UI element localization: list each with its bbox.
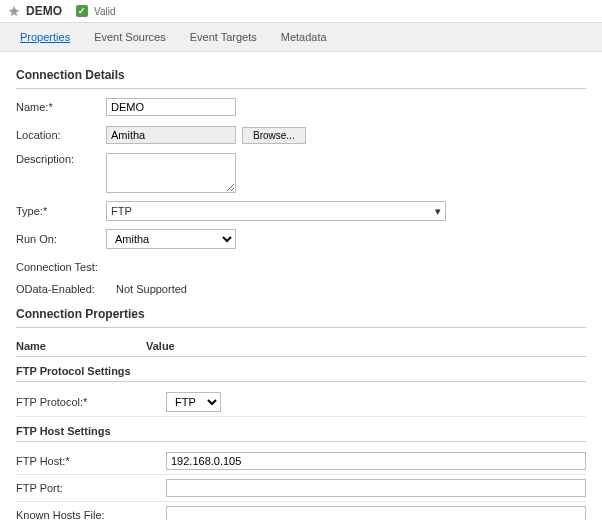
type-label: Type: bbox=[16, 205, 106, 217]
browse-button[interactable]: Browse... bbox=[242, 127, 306, 144]
prop-header-name: Name bbox=[16, 340, 146, 352]
prop-header-value: Value bbox=[146, 340, 175, 352]
odata-value: Not Supported bbox=[116, 283, 187, 295]
tab-event-targets[interactable]: Event Targets bbox=[178, 23, 269, 51]
ftp-port-label: FTP Port: bbox=[16, 482, 166, 494]
divider bbox=[16, 327, 586, 328]
valid-checkmark-icon bbox=[76, 5, 88, 17]
location-label: Location: bbox=[16, 129, 106, 141]
ftp-protocol-label: FTP Protocol: bbox=[16, 396, 166, 408]
tab-bar: Properties Event Sources Event Targets M… bbox=[0, 22, 602, 52]
subsection-ftp-host: FTP Host Settings bbox=[16, 425, 586, 437]
ftp-host-label: FTP Host: bbox=[16, 455, 166, 467]
runon-select[interactable]: Amitha bbox=[106, 229, 236, 249]
connection-test-label: Connection Test: bbox=[16, 261, 116, 273]
content-area: Connection Details Name: Location: Brows… bbox=[0, 52, 602, 520]
ftp-port-input[interactable] bbox=[166, 479, 586, 497]
name-input[interactable] bbox=[106, 98, 236, 116]
known-hosts-input[interactable] bbox=[166, 506, 586, 520]
description-label: Description: bbox=[16, 153, 106, 165]
type-select[interactable]: FTP ▾ bbox=[106, 201, 446, 221]
prop-table-header: Name Value bbox=[16, 336, 586, 357]
ftp-protocol-select[interactable]: FTP bbox=[166, 392, 221, 412]
ftp-host-input[interactable] bbox=[166, 452, 586, 470]
section-connection-details: Connection Details bbox=[16, 68, 586, 82]
known-hosts-label: Known Hosts File: bbox=[16, 509, 166, 520]
tab-properties[interactable]: Properties bbox=[8, 23, 82, 51]
status-text: Valid bbox=[94, 6, 116, 17]
name-label: Name: bbox=[16, 101, 106, 113]
page-title: DEMO bbox=[26, 4, 62, 18]
type-value: FTP bbox=[111, 205, 132, 217]
tab-event-sources[interactable]: Event Sources bbox=[82, 23, 178, 51]
runon-label: Run On: bbox=[16, 233, 106, 245]
divider bbox=[16, 441, 586, 442]
subsection-ftp-protocol: FTP Protocol Settings bbox=[16, 365, 586, 377]
odata-label: OData-Enabled: bbox=[16, 283, 116, 295]
divider bbox=[16, 88, 586, 89]
page-header: DEMO Valid bbox=[0, 0, 602, 22]
location-input bbox=[106, 126, 236, 144]
tab-metadata[interactable]: Metadata bbox=[269, 23, 339, 51]
section-connection-properties: Connection Properties bbox=[16, 307, 586, 321]
chevron-down-icon: ▾ bbox=[435, 205, 441, 218]
description-textarea[interactable] bbox=[106, 153, 236, 193]
pin-icon bbox=[8, 5, 20, 17]
divider bbox=[16, 381, 586, 382]
